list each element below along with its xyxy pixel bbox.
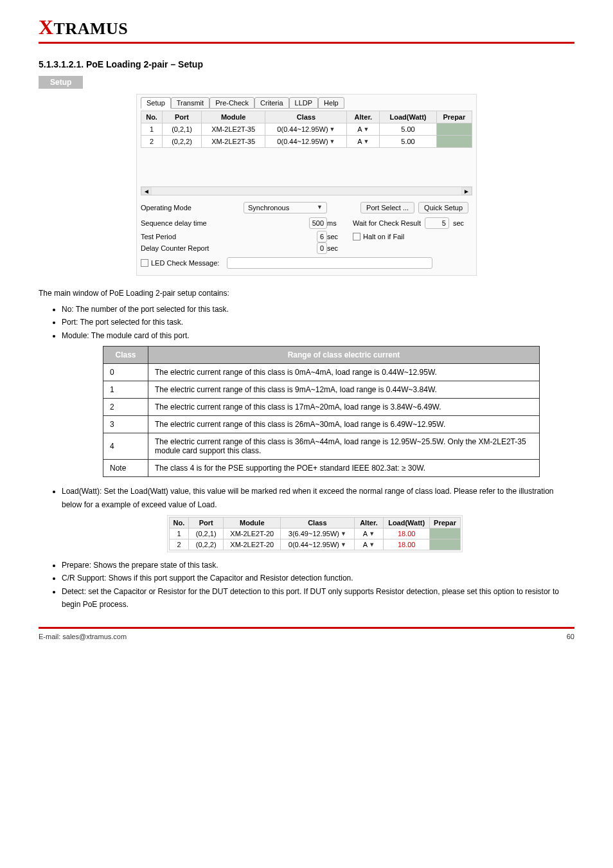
- class-dropdown[interactable]: 0(0.44~12.95W)▼: [281, 539, 355, 550]
- prepare-cell: [430, 528, 461, 539]
- col-port: Port: [163, 111, 202, 123]
- col-module: Module: [201, 111, 265, 123]
- tab-setup[interactable]: Setup: [141, 97, 171, 109]
- tab-transmit[interactable]: Transmit: [171, 97, 209, 109]
- chevron-down-icon: ▼: [369, 541, 375, 548]
- list-item: Port: The port selected for this task.: [62, 316, 574, 329]
- list-item: Detect: set the Capacitor or Resistor fo…: [62, 585, 574, 611]
- col-no: No.: [141, 111, 163, 123]
- setup-screenshot: Setup Transmit Pre-Check Criteria LLDP H…: [136, 94, 477, 276]
- class-dropdown[interactable]: 3(6.49~12.95W)▼: [281, 528, 355, 539]
- col-alter: Alter.: [347, 111, 380, 123]
- intro-paragraph: The main window of PoE Loading 2-pair se…: [39, 287, 574, 299]
- chevron-down-icon: ▼: [341, 541, 346, 548]
- load-exceed-screenshot: No. Port Module Class Alter. Load(Watt) …: [167, 515, 463, 552]
- col-range: Range of class electric current: [148, 347, 540, 364]
- load-exceed-cell[interactable]: 18.00: [384, 528, 430, 539]
- class-range-table: Class Range of class electric current 0T…: [103, 346, 540, 477]
- prepare-cell: [436, 123, 472, 136]
- bullet-list-2: Prepare: Shows the prepare state of this…: [62, 559, 574, 611]
- alter-dropdown[interactable]: A▼: [347, 136, 380, 148]
- sequence-delay-label: Sequence delay time: [141, 219, 244, 227]
- sequence-delay-input[interactable]: 500: [309, 217, 327, 229]
- scroll-left-icon[interactable]: ◄: [141, 187, 152, 195]
- table-row: 2 (0,2,2) XM-2LE2T-35 0(0.44~12.95W)▼ A▼…: [141, 136, 472, 148]
- led-check-label: LED Check Message:: [151, 259, 219, 267]
- led-message-input[interactable]: [227, 257, 432, 269]
- window-tabs: Setup Transmit Pre-Check Criteria LLDP H…: [141, 97, 472, 109]
- list-item: Load(Watt): Set the Load(Watt) value, th…: [62, 485, 574, 511]
- chevron-down-icon: ▼: [364, 138, 369, 145]
- ports-table: No. Port Module Class Alter. Load(Watt) …: [141, 111, 472, 148]
- tab-lldp[interactable]: LLDP: [289, 97, 319, 109]
- page-footer: E-mail: sales@xtramus.com 60: [39, 627, 574, 640]
- delay-counter-input[interactable]: 0: [317, 242, 327, 254]
- chevron-down-icon: ▼: [341, 530, 346, 537]
- tab-precheck[interactable]: Pre-Check: [209, 97, 254, 109]
- chevron-down-icon: ▼: [330, 138, 335, 145]
- list-item: Prepare: Shows the prepare state of this…: [62, 559, 574, 572]
- class-dropdown[interactable]: 0(0.44~12.95W)▼: [265, 123, 347, 136]
- header-bar: XTRAMUS: [39, 12, 574, 44]
- horizontal-scrollbar[interactable]: ◄ ►: [141, 186, 472, 195]
- alter-dropdown[interactable]: A▼: [354, 539, 384, 550]
- setup-badge: Setup: [39, 76, 83, 89]
- class-dropdown[interactable]: 0(0.44~12.95W)▼: [265, 136, 347, 148]
- brand-logo: XTRAMUS: [39, 19, 128, 38]
- col-class: Class: [103, 347, 148, 364]
- col-class: Class: [265, 111, 347, 123]
- test-period-label: Test Period: [141, 233, 244, 240]
- footer-email: E-mail: sales@xtramus.com: [39, 633, 127, 640]
- section-title: 5.1.3.1.2.1. PoE Loading 2-pair – Setup: [39, 59, 574, 69]
- table-row: 1 (0,2,1) XM-2LE2T-35 0(0.44~12.95W)▼ A▼…: [141, 123, 472, 136]
- tab-criteria[interactable]: Criteria: [254, 97, 289, 109]
- chevron-down-icon: ▼: [317, 204, 323, 212]
- test-period-input[interactable]: 6: [317, 231, 327, 242]
- prepare-cell: [436, 136, 472, 148]
- brand-x: X: [39, 15, 54, 39]
- chevron-down-icon: ▼: [364, 126, 369, 132]
- operating-mode-select[interactable]: Synchronous▼: [244, 202, 327, 213]
- operating-mode-label: Operating Mode: [141, 204, 244, 212]
- wait-check-label: Wait for Check Result: [353, 219, 421, 227]
- list-item: Module: The module card of this port.: [62, 329, 574, 342]
- col-prepar: Prepar: [436, 111, 472, 123]
- port-select-button[interactable]: Port Select ...: [360, 202, 414, 213]
- bullet-list-1: No: The number of the port selected for …: [62, 303, 574, 342]
- quick-setup-button[interactable]: Quick Setup: [418, 202, 468, 213]
- page-number: 60: [567, 633, 574, 640]
- list-item: No: The number of the port selected for …: [62, 303, 574, 316]
- led-check-checkbox[interactable]: [141, 259, 148, 267]
- scroll-right-icon[interactable]: ►: [461, 187, 472, 195]
- prepare-cell: [430, 539, 461, 550]
- brand-rest: TRAMUS: [54, 19, 129, 38]
- table-row: 1 (0,2,1) XM-2LE2T-20 3(6.49~12.95W)▼ A▼…: [170, 528, 461, 539]
- bullet-list-load: Load(Watt): Set the Load(Watt) value, th…: [62, 485, 574, 511]
- halt-on-fail-checkbox[interactable]: [353, 233, 360, 240]
- load-exceed-cell[interactable]: 18.00: [384, 539, 430, 550]
- col-load: Load(Watt): [380, 111, 436, 123]
- alter-dropdown[interactable]: A▼: [347, 123, 380, 136]
- delay-counter-label: Delay Counter Report: [141, 244, 244, 252]
- halt-on-fail-label: Halt on if Fail: [363, 233, 404, 240]
- wait-check-input[interactable]: 5: [425, 217, 449, 229]
- list-item: C/R Support: Shows if this port support …: [62, 572, 574, 584]
- chevron-down-icon: ▼: [369, 530, 375, 537]
- tab-help[interactable]: Help: [318, 97, 344, 109]
- chevron-down-icon: ▼: [330, 126, 335, 132]
- table-row: 2 (0,2,2) XM-2LE2T-20 0(0.44~12.95W)▼ A▼…: [170, 539, 461, 550]
- alter-dropdown[interactable]: A▼: [354, 528, 384, 539]
